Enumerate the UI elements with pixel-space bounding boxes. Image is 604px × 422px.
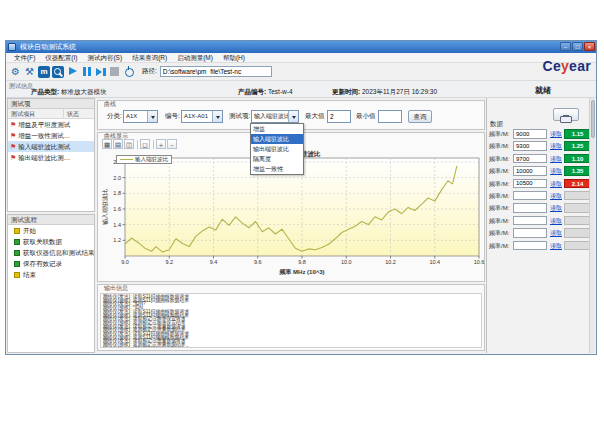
marker-freq-input[interactable] bbox=[513, 228, 547, 238]
power-icon[interactable] bbox=[122, 65, 135, 78]
category-select[interactable]: A1X bbox=[123, 110, 158, 123]
min-input[interactable] bbox=[378, 110, 402, 123]
marker-freq-input[interactable] bbox=[513, 129, 547, 139]
path-input[interactable] bbox=[160, 66, 272, 77]
sidebar-test-item[interactable]: ⚑ 输入端驻波比测试 bbox=[8, 141, 94, 152]
test-item-select[interactable]: 输入端驻波比 bbox=[251, 110, 299, 123]
connect-icon[interactable]: ⚙ bbox=[9, 65, 22, 78]
menu-item[interactable]: 仪器配置(I) bbox=[40, 53, 82, 62]
path-label: 路径: bbox=[142, 67, 157, 76]
marker-read-link[interactable]: 读取 bbox=[550, 130, 562, 139]
product-type-field: 产品类型: 标准放大器模块 bbox=[31, 88, 106, 97]
marker-freq-label: 频率/M: bbox=[489, 192, 509, 201]
toolbar-separator bbox=[153, 140, 154, 149]
test-item-label: 测试项: bbox=[229, 112, 250, 121]
marker-read-link[interactable]: 读取 bbox=[550, 229, 562, 238]
marker-read-link[interactable]: 读取 bbox=[550, 217, 562, 226]
flow-step-item[interactable]: 保存有效记录 bbox=[8, 258, 94, 269]
sidebar-test-item[interactable]: ⚑ 增益一致性测试… bbox=[8, 130, 94, 141]
zoom-window-icon[interactable]: ◻ bbox=[140, 139, 150, 149]
export-plot-button[interactable] bbox=[553, 108, 579, 121]
marker-freq-input[interactable] bbox=[513, 241, 547, 251]
svg-text:2.0: 2.0 bbox=[113, 175, 121, 181]
query-button[interactable]: 查询 bbox=[408, 110, 432, 123]
marker-freq-label: 频率/M: bbox=[489, 242, 509, 251]
run-icon[interactable] bbox=[66, 65, 79, 78]
flow-step-label: 保存有效记录 bbox=[23, 258, 62, 269]
product-no-field: 产品编号: Test-w-4 bbox=[238, 88, 293, 97]
marker-read-link[interactable]: 读取 bbox=[550, 142, 562, 151]
x-axis-label: 频率 MHz (10^3) bbox=[278, 268, 324, 276]
dropdown-option[interactable]: 输出端驻波比 bbox=[251, 144, 303, 154]
marker-row: 频率/M: 读取 bbox=[487, 190, 596, 202]
marker-result-value bbox=[564, 228, 591, 238]
zoom-out-icon[interactable]: － bbox=[167, 139, 177, 149]
menu-bar: 文件(F)仪器配置(I)测试内容(S)结果查询(R)启动测量(M)帮助(H) bbox=[6, 53, 596, 63]
flow-step-item[interactable]: 获取关联数据 bbox=[8, 236, 94, 247]
close-button[interactable]: × bbox=[584, 42, 595, 51]
search-icon[interactable] bbox=[52, 66, 64, 78]
marker-freq-input[interactable] bbox=[513, 191, 547, 201]
minimize-button[interactable]: – bbox=[560, 42, 571, 51]
report-icon[interactable]: m bbox=[38, 66, 50, 78]
marker-read-link[interactable]: 读取 bbox=[550, 242, 562, 251]
marker-freq-input[interactable] bbox=[513, 179, 547, 189]
scrollbar[interactable] bbox=[589, 98, 595, 353]
marker-freq-input[interactable] bbox=[513, 203, 547, 213]
number-select[interactable]: A1X-A01 bbox=[181, 110, 223, 123]
test-flow-panel: 测试流程 开始 获取关联数据 获取仪器信息和测试结果 保存有效记录 结束 bbox=[7, 214, 95, 353]
maximize-button[interactable]: □ bbox=[572, 42, 583, 51]
flow-step-item[interactable]: 开始 bbox=[8, 225, 94, 236]
ceyear-logo: Ceyear bbox=[542, 58, 591, 74]
test-flow-header: 测试流程 bbox=[8, 215, 94, 225]
status-ready: 就绪 bbox=[535, 85, 551, 96]
menu-item[interactable]: 文件(F) bbox=[9, 53, 40, 62]
marker-read-link[interactable]: 读取 bbox=[550, 192, 562, 201]
max-input[interactable] bbox=[327, 110, 351, 123]
save-icon[interactable]: ▤ bbox=[113, 139, 123, 149]
marker-read-link[interactable]: 读取 bbox=[550, 204, 562, 213]
x-tick-labels: 9.09.29.49.69.810.010.210.410.6 bbox=[121, 259, 484, 265]
copy-icon[interactable]: ◫ bbox=[124, 139, 134, 149]
svg-text:1.2: 1.2 bbox=[113, 237, 121, 243]
main-area: 曲线 分类: A1X 编号: A1X-A01 测试项: 输入端驻波比 最大值 最… bbox=[95, 98, 487, 353]
dropdown-option[interactable]: 增益一致性 bbox=[251, 164, 303, 174]
chart-grid-icon[interactable]: ▦ bbox=[102, 139, 112, 149]
flow-step-item[interactable]: 获取仪器信息和测试结果 bbox=[8, 247, 94, 258]
sidebar-test-item[interactable]: ⚑ 增益及平坦度测试 bbox=[8, 119, 94, 130]
marker-freq-input[interactable] bbox=[513, 154, 547, 164]
marker-row: 频率/M: 读取 1.15 bbox=[487, 128, 596, 140]
info-strip: 测试信息 产品类型: 标准放大器模块 产品编号: Test-w-4 更新时间: … bbox=[6, 81, 596, 98]
marker-row: 频率/M: 读取 bbox=[487, 202, 596, 214]
marker-row: 频率/M: 读取 bbox=[487, 227, 596, 239]
scrollbar-thumb[interactable] bbox=[591, 100, 595, 138]
step-icon[interactable] bbox=[94, 65, 107, 78]
marker-freq-input[interactable] bbox=[513, 141, 547, 151]
sidebar-test-item[interactable]: ⚑ 输出端驻波比测… bbox=[8, 152, 94, 163]
flow-step-label: 开始 bbox=[23, 225, 36, 236]
menu-item[interactable]: 帮助(H) bbox=[218, 53, 250, 62]
marker-freq-input[interactable] bbox=[513, 166, 547, 176]
flow-step-item[interactable]: 结束 bbox=[8, 269, 94, 280]
marker-read-link[interactable]: 读取 bbox=[550, 167, 562, 176]
menu-item[interactable]: 启动测量(M) bbox=[172, 53, 218, 62]
step-status-icon bbox=[14, 239, 20, 245]
zoom-in-icon[interactable]: ＋ bbox=[156, 139, 166, 149]
marker-freq-label: 频率/M: bbox=[489, 204, 509, 213]
title-bar: 模块自动测试系统 – □ × bbox=[6, 41, 596, 53]
pause-icon[interactable] bbox=[80, 65, 93, 78]
marker-read-link[interactable]: 读取 bbox=[550, 155, 562, 164]
menu-item[interactable]: 测试内容(S) bbox=[82, 53, 127, 62]
marker-freq-label: 频率/M: bbox=[489, 217, 509, 226]
calibrate-icon[interactable]: ⚒ bbox=[23, 65, 36, 78]
log-box[interactable]: 网络仪(发送): 读取S11扫描曲线数据请求网络仪(接收): 返回S11扫描曲线… bbox=[100, 293, 482, 348]
legend-label: 输入端驻波比 bbox=[135, 156, 168, 163]
marker-freq-input[interactable] bbox=[513, 216, 547, 226]
dropdown-option[interactable]: 隔离度 bbox=[251, 154, 303, 164]
marker-read-link[interactable]: 读取 bbox=[550, 180, 562, 189]
svg-text:9.8: 9.8 bbox=[298, 259, 306, 265]
dropdown-option[interactable]: 输入端驻波比 bbox=[251, 134, 303, 144]
svg-text:10.0: 10.0 bbox=[341, 259, 352, 265]
menu-item[interactable]: 结果查询(R) bbox=[127, 53, 172, 62]
dropdown-option[interactable]: 增益 bbox=[251, 124, 303, 134]
